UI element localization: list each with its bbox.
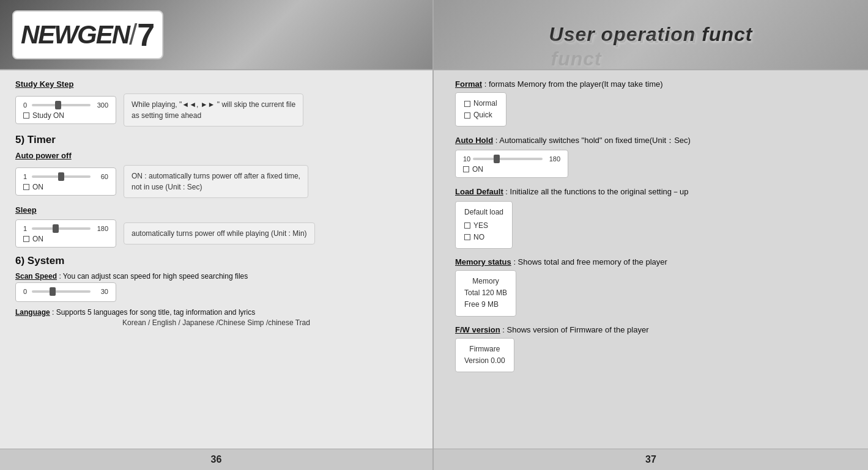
- right-content: Format : formats Memory from the player(…: [434, 70, 868, 449]
- auto-power-slider-track[interactable]: [32, 175, 91, 178]
- auto-hold-slider-box: 10 180 ON: [455, 150, 568, 178]
- language-section: Language : Supports 5 languages for song…: [15, 308, 417, 327]
- study-slider-box: 0 300 Study ON: [15, 96, 116, 124]
- sleep-heading: Sleep: [15, 205, 417, 215]
- study-key-step-row: 0 300 Study ON While playing, "◄◄, ►► " …: [15, 94, 417, 127]
- auto-hold-on-checkbox[interactable]: [463, 166, 469, 172]
- study-desc-line2: as setting time ahead: [132, 111, 201, 120]
- scan-speed-desc: You can adjust scan speed for high speed…: [63, 272, 248, 281]
- logo-container: NEWGEN / 7: [12, 10, 163, 59]
- title-shadow-text: User operation funct: [551, 25, 753, 70]
- default-no-label: NO: [473, 232, 484, 243]
- load-default-rest: : Initialize all the functions to the or…: [505, 187, 688, 196]
- study-slider-thumb[interactable]: [55, 101, 61, 109]
- scan-slider-track[interactable]: [32, 290, 91, 293]
- load-default-bold: Load Default: [455, 187, 503, 196]
- left-header: NEWGEN / 7: [0, 0, 432, 70]
- memory-free: Free 9 MB: [464, 299, 507, 310]
- sleep-on-checkbox[interactable]: [23, 236, 29, 242]
- default-load-title: Default load: [464, 207, 503, 218]
- sleep-on-checkbox-row: ON: [23, 235, 108, 243]
- fw-version-box: Firmware Version 0.00: [455, 338, 514, 372]
- auto-power-desc-line1: ON : automatically turns power off after…: [132, 172, 300, 180]
- format-normal-label: Normal: [473, 98, 497, 109]
- memory-status-label: Memory status : Shows total and free mem…: [455, 257, 847, 266]
- load-default-box: Default load YES NO: [455, 201, 513, 249]
- scan-speed-label: Scan Speed : You can adjust scan speed f…: [15, 272, 417, 281]
- scan-speed-bold: Scan Speed: [15, 272, 57, 281]
- auto-power-slider-row: 1 60: [23, 173, 108, 180]
- study-slider-min: 0: [23, 101, 29, 109]
- study-on-label: Study ON: [32, 111, 64, 120]
- right-panel: User operation funct User operation func…: [434, 0, 868, 470]
- format-label: Format : formats Memory from the player(…: [455, 79, 847, 89]
- language-desc: Supports 5 languages for song title, tag…: [56, 308, 256, 317]
- sleep-desc: automatically turns power off while play…: [132, 229, 307, 238]
- auto-hold-item: Auto Hold : Automatically switches "hold…: [455, 135, 847, 178]
- auto-power-slider-thumb[interactable]: [58, 172, 64, 181]
- auto-power-slider-box: 1 60 ON: [15, 167, 116, 196]
- format-quick-label: Quick: [473, 109, 492, 121]
- auto-hold-slider-thumb[interactable]: [494, 155, 500, 163]
- auto-hold-label: Auto Hold : Automatically switches "hold…: [455, 135, 847, 146]
- memory-total: Total 120 MB: [464, 287, 507, 299]
- left-page-number: 36: [211, 454, 222, 465]
- auto-power-slider-max: 60: [93, 173, 108, 180]
- sleep-slider-row: 1 180: [23, 225, 108, 232]
- system-heading: 6) System: [15, 255, 417, 267]
- left-content: Study Key Step 0 300 Study ON While play…: [0, 70, 432, 449]
- auto-power-desc-line2: not in use (Unit : Sec): [132, 183, 202, 191]
- format-normal-checkbox[interactable]: [464, 101, 470, 107]
- sleep-slider-min: 1: [23, 225, 29, 232]
- memory-status-box: Memory Total 120 MB Free 9 MB: [455, 270, 516, 317]
- fw-version-bold: F/W version: [455, 325, 500, 334]
- logo-text: NEWGEN: [21, 20, 129, 50]
- sleep-row: 1 180 ON automatically turns power off w…: [15, 219, 417, 248]
- right-footer: 37: [434, 449, 868, 470]
- language-value: Korean / English / Japanese /Chinese Sim…: [15, 318, 417, 327]
- auto-power-on-label: ON: [32, 183, 43, 191]
- sleep-slider-thumb[interactable]: [53, 224, 59, 233]
- title-container: User operation funct User operation func…: [549, 23, 753, 46]
- study-on-checkbox-row: Study ON: [23, 111, 108, 120]
- memory-status-item: Memory status : Shows total and free mem…: [455, 257, 847, 317]
- default-yes-checkbox[interactable]: [464, 222, 470, 229]
- auto-power-slider-min: 1: [23, 173, 29, 180]
- scan-slider-box: 0 30: [15, 282, 116, 302]
- format-rest: : formats Memory from the player(It may …: [484, 79, 663, 89]
- language-bold: Language: [15, 308, 50, 317]
- scan-slider-row: 0 30: [23, 288, 108, 295]
- default-yes-label: YES: [473, 220, 488, 232]
- sleep-slider-track[interactable]: [32, 227, 91, 230]
- memory-status-rest: : Shows total and free memory of the pla…: [513, 257, 667, 266]
- study-key-step-heading: Study Key Step: [15, 79, 417, 89]
- load-default-item: Load Default : Initialize all the functi…: [455, 186, 847, 249]
- auto-hold-slider-min: 10: [463, 155, 470, 163]
- default-yes-row: YES: [464, 220, 503, 232]
- default-no-checkbox[interactable]: [464, 234, 470, 240]
- scan-slider-max: 30: [93, 288, 108, 295]
- study-slider-track[interactable]: [32, 104, 91, 106]
- sleep-description: automatically turns power off while play…: [124, 222, 315, 244]
- sleep-on-label: ON: [32, 235, 43, 243]
- auto-hold-slider-track[interactable]: [473, 158, 543, 160]
- study-description: While playing, "◄◄, ►► " will skip the c…: [124, 94, 303, 127]
- scan-slider-thumb[interactable]: [50, 287, 56, 296]
- language-colon: :: [52, 308, 56, 317]
- memory-status-bold: Memory status: [455, 257, 511, 266]
- right-page-number: 37: [645, 454, 656, 465]
- format-normal-row: Normal: [464, 98, 497, 109]
- format-box: Normal Quick: [455, 92, 506, 127]
- memory-title: Memory: [464, 276, 507, 287]
- auto-power-on-checkbox[interactable]: [23, 184, 29, 190]
- format-quick-checkbox[interactable]: [464, 112, 470, 119]
- fw-version-label: F/W version : Shows version of Firmware …: [455, 325, 847, 334]
- right-header: User operation funct User operation func…: [434, 0, 868, 70]
- auto-power-description: ON : automatically turns power off after…: [124, 165, 308, 198]
- study-on-checkbox[interactable]: [23, 112, 29, 119]
- auto-hold-on-label: ON: [472, 165, 483, 174]
- load-default-label: Load Default : Initialize all the functi…: [455, 186, 847, 197]
- auto-hold-slider-max: 180: [545, 155, 560, 163]
- auto-hold-on-checkbox-row: ON: [463, 165, 560, 174]
- auto-hold-bold: Auto Hold: [455, 136, 493, 145]
